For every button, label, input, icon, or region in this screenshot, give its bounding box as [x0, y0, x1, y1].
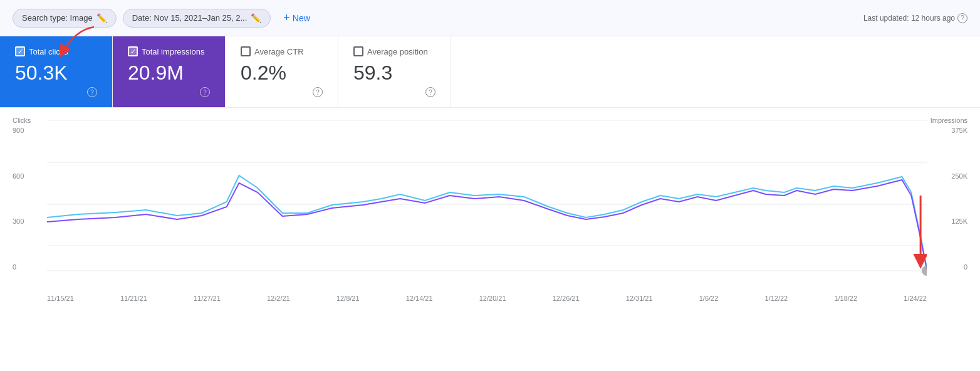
y-label-300: 300 — [13, 217, 24, 225]
position-value: 59.3 — [353, 61, 435, 85]
chart-svg-wrapper: 11/15/21 11/21/21 11/27/21 12/2/21 12/8/… — [47, 120, 927, 302]
x-label-10: 1/12/22 — [765, 295, 788, 302]
search-type-label: Search type: Image — [22, 13, 93, 23]
x-label-9: 1/6/22 — [699, 295, 719, 302]
position-label: Average position — [367, 47, 428, 56]
impressions-help-icon[interactable]: ? — [200, 87, 210, 97]
last-updated: Last updated: 12 hours ago ? — [863, 13, 967, 23]
clicks-help-icon[interactable]: ? — [87, 87, 97, 97]
y-axis-right-title: Impressions — [930, 117, 967, 124]
y-label-125k: 125K — [951, 217, 967, 225]
y-label-600: 600 — [13, 172, 24, 180]
new-button[interactable]: + New — [277, 8, 316, 28]
help-icon[interactable]: ? — [957, 13, 967, 23]
x-label-0: 11/15/21 — [47, 295, 74, 302]
clicks-checkbox[interactable] — [15, 46, 25, 56]
chart-svg — [47, 120, 927, 290]
x-label-6: 12/20/21 — [479, 295, 506, 302]
edit-icon-date: ✏️ — [251, 13, 261, 23]
x-label-3: 12/2/21 — [267, 295, 290, 302]
metric-total-impressions[interactable]: Total impressions 20.9M ? — [113, 36, 226, 107]
y-label-375k: 375K — [951, 127, 967, 134]
new-button-label: New — [293, 13, 310, 23]
impressions-checkbox[interactable] — [128, 46, 138, 56]
x-label-7: 12/26/21 — [553, 295, 580, 302]
plus-icon: + — [283, 11, 290, 24]
date-filter[interactable]: Date: Nov 15, 2021–Jan 25, 2... ✏️ — [123, 9, 271, 28]
metric-average-ctr[interactable]: Average CTR 0.2% ? — [226, 36, 338, 107]
metric-average-position[interactable]: Average position 59.3 ? — [338, 36, 451, 107]
metric-total-clicks[interactable]: Total clicks 50.3K ? — [0, 36, 113, 107]
metrics-row: Total clicks 50.3K ? Total impressions 2… — [0, 36, 980, 108]
top-bar: Search type: Image ✏️ Date: Nov 15, 2021… — [0, 0, 980, 36]
x-label-11: 1/18/22 — [834, 295, 857, 302]
chart-container: Clicks 900 600 300 0 Impressions 375K 25… — [0, 108, 980, 302]
x-label-2: 11/27/21 — [194, 295, 221, 302]
svg-point-6 — [922, 266, 927, 276]
y-label-0: 0 — [13, 263, 24, 271]
date-label: Date: Nov 15, 2021–Jan 25, 2... — [132, 13, 248, 23]
position-help-icon[interactable]: ? — [425, 87, 435, 97]
clicks-value: 50.3K — [15, 61, 97, 85]
position-checkbox[interactable] — [353, 46, 363, 56]
impressions-value: 20.9M — [128, 61, 210, 85]
x-label-1: 11/21/21 — [120, 295, 147, 302]
impressions-label: Total impressions — [142, 47, 204, 56]
search-type-filter[interactable]: Search type: Image ✏️ — [13, 9, 117, 28]
x-label-8: 12/31/21 — [626, 295, 653, 302]
ctr-label: Average CTR — [254, 47, 304, 56]
clicks-label: Total clicks — [29, 47, 68, 56]
edit-icon: ✏️ — [96, 13, 107, 23]
ctr-checkbox[interactable] — [241, 46, 251, 56]
y-label-250k: 250K — [951, 172, 967, 180]
x-label-12: 1/24/22 — [904, 295, 927, 302]
x-label-5: 12/14/21 — [406, 295, 433, 302]
y-axis-left-title: Clicks — [13, 117, 31, 124]
x-axis-labels: 11/15/21 11/21/21 11/27/21 12/2/21 12/8/… — [47, 292, 927, 302]
x-label-4: 12/8/21 — [336, 295, 360, 302]
y-label-0k: 0 — [951, 263, 967, 271]
ctr-help-icon[interactable]: ? — [313, 87, 323, 97]
ctr-value: 0.2% — [241, 61, 323, 85]
y-label-900: 900 — [13, 127, 24, 134]
